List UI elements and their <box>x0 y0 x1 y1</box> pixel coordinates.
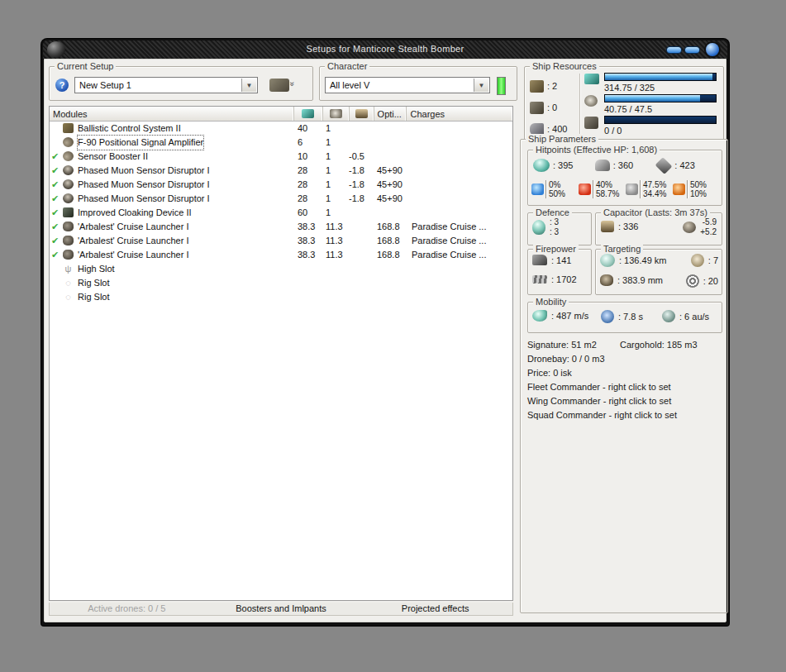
setup-select[interactable]: New Setup 1 ▼ <box>74 77 258 93</box>
defence-shield-icon <box>532 220 545 235</box>
module-name[interactable]: F-90 Positional Signal Amplifier <box>78 136 203 150</box>
app-window: Setups for Manticore Stealth Bomber Curr… <box>41 39 729 626</box>
table-row[interactable]: ◌Rig Slot <box>50 290 512 304</box>
resource-count-value: : 2 <box>547 81 557 91</box>
high-slot-icon: ψ <box>63 264 74 274</box>
module-pg-value: 1 <box>326 206 331 220</box>
module-name[interactable]: 'Arbalest' Cruise Launcher I <box>78 234 188 248</box>
module-pg-value: 1 <box>326 122 331 136</box>
cpu-icon <box>302 109 314 118</box>
help-icon[interactable]: ? <box>55 79 69 92</box>
resist-cell-explosive: 50%10% <box>673 180 720 198</box>
column-powergrid[interactable] <box>323 107 350 121</box>
powergrid-bar-fill <box>605 95 700 102</box>
table-row[interactable]: ✔Sensor Booster II101-0.5 <box>50 150 512 164</box>
column-cpu[interactable] <box>294 107 323 121</box>
shield-resist: 50% <box>690 180 707 189</box>
projected-effects-panel[interactable]: Projected effects <box>358 603 512 615</box>
module-cpu-value: 38.3 <box>298 248 315 262</box>
active-check-icon: ✔ <box>51 178 62 192</box>
hitpoint-stat: : 423 <box>656 159 718 172</box>
module-name[interactable]: High Slot <box>78 262 115 276</box>
module-name[interactable]: 'Arbalest' Cruise Launcher I <box>78 220 188 234</box>
squad-commander-line[interactable]: Squad Commander - right click to set <box>527 408 677 422</box>
close-button[interactable] <box>706 43 719 56</box>
wing-commander-line[interactable]: Wing Commander - right click to set <box>527 394 671 408</box>
shield-resist: 40% <box>596 180 619 189</box>
fleet-commander-line[interactable]: Fleet Commander - right click to set <box>527 380 671 394</box>
column-modules[interactable]: Modules <box>50 107 294 121</box>
table-row[interactable]: ✔Phased Muon Sensor Disruptor I281-1.845… <box>50 178 512 192</box>
module-pg-value: 11.3 <box>326 220 343 234</box>
cap-drain: -5.9 <box>700 217 717 227</box>
module-name[interactable]: Rig Slot <box>78 290 110 304</box>
double-chevron-icon[interactable]: » <box>288 82 297 85</box>
ship-parameters-group: Ship Parameters Hitpoints (Effective HP:… <box>520 139 728 613</box>
module-name[interactable]: Phased Muon Sensor Disruptor I <box>78 164 210 178</box>
dronebay-bar <box>604 116 717 124</box>
module-name[interactable]: Phased Muon Sensor Disruptor I <box>78 192 210 206</box>
module-name[interactable]: Ballistic Control System II <box>78 122 181 136</box>
scan-resolution-icon <box>600 274 613 286</box>
column-charges[interactable]: Charges <box>407 107 512 121</box>
module-cpu-value: 40 <box>298 122 307 136</box>
title-bar[interactable]: Setups for Manticore Stealth Bomber <box>43 41 727 60</box>
targeting-group: Targeting : 136.49 km : 7 : 383.9 mm : 2… <box>595 249 722 295</box>
signal-amplifier-icon <box>63 137 74 147</box>
module-name[interactable]: Sensor Booster II <box>78 150 148 164</box>
column-capacitor[interactable] <box>350 107 374 121</box>
hitpoints-group: Hitpoints (Effective HP: 1,608) : 395: 3… <box>527 150 722 206</box>
resist-cell-em: 0%50% <box>531 180 579 198</box>
character-select[interactable]: All level V ▼ <box>325 77 490 93</box>
module-charges-value: Paradise Cruise ... <box>412 234 486 248</box>
ballistic-control-icon <box>63 123 74 133</box>
module-name[interactable]: 'Arbalest' Cruise Launcher I <box>78 248 188 262</box>
module-cpu-value: 60 <box>298 206 307 220</box>
client-area: Current Setup ? New Setup 1 ▼ » Characte… <box>44 59 726 622</box>
column-optimal[interactable]: Opti... <box>374 107 407 121</box>
max-targets: : 7 <box>708 255 718 265</box>
table-row[interactable]: ◌Rig Slot <box>50 276 512 290</box>
module-cpu-value: 38.3 <box>298 234 315 248</box>
chevron-down-icon[interactable]: ▼ <box>474 79 488 92</box>
module-name[interactable]: Phased Muon Sensor Disruptor I <box>78 178 210 192</box>
table-row[interactable]: ✔Phased Muon Sensor Disruptor I281-1.845… <box>50 192 512 206</box>
boosters-implants-panel[interactable]: Boosters and Imlpants <box>204 603 359 615</box>
module-name[interactable]: Rig Slot <box>78 276 110 290</box>
armor-resist: 58.7% <box>596 189 619 198</box>
ship-resources-label: Ship Resources <box>530 61 599 71</box>
sensor-disruptor-icon <box>63 193 74 203</box>
table-row[interactable]: Ballistic Control System II401 <box>50 122 512 136</box>
cargohold-value: Cargohold: 185 m3 <box>620 338 698 352</box>
module-opti-value: 168.8 <box>377 234 400 248</box>
explosive-resist-icon <box>673 183 685 195</box>
modules-table: Modules Opti... Charges Ballistic Contro… <box>49 106 513 601</box>
table-row[interactable]: F-90 Positional Signal Amplifier61 <box>50 136 512 150</box>
resist-values: 0%50% <box>549 180 565 198</box>
firepower-label: Firepower <box>533 244 579 254</box>
table-row[interactable]: ✔Improved Cloaking Device II601 <box>50 206 512 220</box>
module-opti-value: 168.8 <box>377 220 400 234</box>
ship-menu-button[interactable] <box>269 79 289 92</box>
maximize-button[interactable] <box>685 47 699 53</box>
table-row[interactable]: ✔'Arbalest' Cruise Launcher I38.311.3168… <box>50 248 512 262</box>
armor-resist: 34.4% <box>643 189 666 198</box>
window-title: Setups for Manticore Stealth Bomber <box>43 44 727 54</box>
modules-table-header[interactable]: Modules Opti... Charges <box>50 107 512 122</box>
module-name[interactable]: Improved Cloaking Device II <box>78 206 192 220</box>
chevron-down-icon[interactable]: ▼ <box>241 79 256 92</box>
capacitor-label: Capacitor (Lasts: 3m 37s) <box>601 207 710 217</box>
table-row[interactable]: ✔'Arbalest' Cruise Launcher I38.311.3168… <box>50 234 512 248</box>
divider <box>579 74 580 135</box>
table-row[interactable]: ✔'Arbalest' Cruise Launcher I38.311.3168… <box>50 220 512 234</box>
minimize-button[interactable] <box>667 47 681 53</box>
ship-info-lines: Signature: 51 m2 Cargohold: 185 m3 Drone… <box>527 338 722 422</box>
table-row[interactable]: ✔Phased Muon Sensor Disruptor I281-1.845… <box>50 164 512 178</box>
hitpoints-label: Hitpoints (Effective HP: 1,608) <box>533 145 660 155</box>
table-row[interactable]: ψHigh Slot <box>50 262 512 276</box>
current-setup-group: Current Setup ? New Setup 1 ▼ » <box>49 66 313 101</box>
max-velocity: : 487 m/s <box>551 311 588 321</box>
sensor-disruptor-icon <box>63 165 74 175</box>
missile-dps: : 1702 <box>551 274 577 284</box>
current-setup-label: Current Setup <box>55 61 116 71</box>
